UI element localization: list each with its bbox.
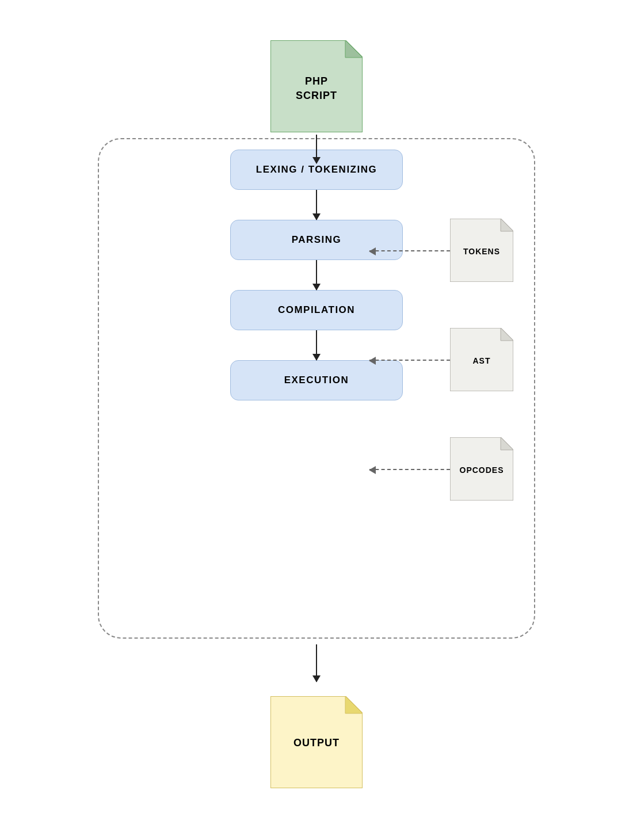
diagram-container: PHP SCRIPT LEXING / TOKENIZING PARSING C…: [69, 23, 564, 817]
ast-dashed-arrow: [369, 360, 450, 361]
opcodes-dashed-arrow: [369, 469, 450, 470]
execution-box: EXECUTION: [230, 360, 403, 400]
php-script-node: PHP SCRIPT: [270, 40, 363, 135]
svg-marker-7: [501, 437, 513, 450]
svg-marker-1: [345, 40, 363, 58]
opcodes-label: OPCODES: [459, 465, 504, 475]
svg-marker-5: [501, 328, 513, 341]
compilation-box: COMPILATION: [230, 290, 403, 330]
parsing-box: PARSING: [230, 220, 403, 260]
output-node: OUTPUT: [270, 696, 363, 788]
process-flow: LEXING / TOKENIZING PARSING COMPILATION …: [230, 150, 403, 400]
tokens-dashed-arrow: [369, 250, 450, 251]
php-script-label: PHP SCRIPT: [296, 74, 337, 103]
ast-doc: AST: [450, 328, 513, 391]
tokens-doc: TOKENS: [450, 219, 513, 282]
svg-marker-9: [345, 696, 363, 713]
output-label: OUTPUT: [293, 737, 340, 749]
opcodes-doc: OPCODES: [450, 437, 513, 501]
svg-marker-3: [501, 219, 513, 231]
tokens-label: TOKENS: [463, 247, 500, 256]
ast-label: AST: [473, 356, 491, 365]
